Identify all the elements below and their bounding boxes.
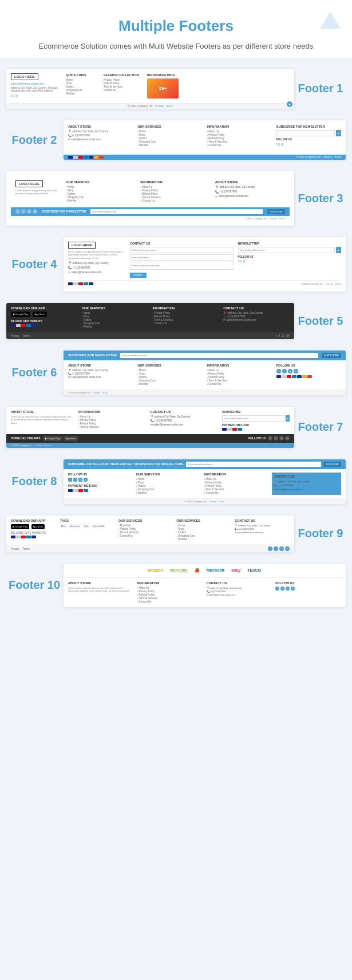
footer-6-link[interactable]: › Shopping Cart xyxy=(137,379,202,382)
footer-6-link[interactable]: › Wishlist xyxy=(137,383,202,385)
footer-5-app-store-btn[interactable]: App Store xyxy=(33,312,48,317)
twitter-icon[interactable]: t xyxy=(268,546,272,551)
footer-10-link[interactable]: › Term & Services xyxy=(137,597,203,600)
footer-3-link[interactable]: › Contact Us xyxy=(140,199,210,202)
footer-7-terms-link[interactable]: Terms xyxy=(45,444,51,447)
footer-2-email-input[interactable] xyxy=(276,130,335,136)
footer-6-link[interactable]: › Orders xyxy=(137,376,202,379)
footer-3-terms-link[interactable]: Terms xyxy=(279,217,285,220)
footer-7-link[interactable]: › Refund Policy xyxy=(78,422,146,425)
footer-1-link[interactable]: Privacy Policy xyxy=(104,78,144,81)
footer-1-link[interactable]: Wishlist xyxy=(66,92,100,95)
footer-5-link[interactable]: › Shopping Cart xyxy=(82,322,148,325)
footer-7-privacy-link[interactable]: Privacy xyxy=(35,444,43,447)
google-icon[interactable]: G xyxy=(286,587,290,591)
footer-6-link[interactable]: › Home xyxy=(137,369,202,372)
footer-9-link[interactable]: › Refund Policy xyxy=(118,528,173,530)
footer-10-link[interactable]: › About Us xyxy=(137,587,203,589)
linkedin-icon[interactable]: in xyxy=(285,546,290,551)
footer-9-privacy-link[interactable]: Privacy xyxy=(11,548,19,550)
footer-9-link[interactable]: › Home xyxy=(177,524,232,527)
footer-8-link[interactable]: › Refund Policy xyxy=(204,485,269,487)
footer-3-link[interactable]: › Term & Services xyxy=(140,196,210,199)
footer-5-link[interactable]: › Shop xyxy=(82,315,148,318)
footer-3-privacy-link[interactable]: Privacy xyxy=(270,217,277,220)
footer-8-link[interactable]: › Shopping Cart xyxy=(136,488,201,491)
footer-3-link[interactable]: › Shop xyxy=(66,189,136,192)
footer-8-link[interactable]: › Contact Us xyxy=(204,491,269,494)
footer-7-app-store-btn[interactable]: App Store xyxy=(64,436,78,441)
twitter-icon[interactable]: t xyxy=(274,436,278,440)
footer-3-email-input[interactable] xyxy=(90,209,263,214)
footer-4-message-input[interactable] xyxy=(130,262,234,270)
twitter-icon[interactable]: t xyxy=(282,369,287,373)
footer-9-link[interactable]: › Orders xyxy=(177,531,232,534)
footer-8-link[interactable]: › Wishlist xyxy=(136,491,201,494)
footer-2-subscribe-btn[interactable]: ▶ xyxy=(336,130,341,136)
footer-1-link[interactable]: Refund Policy xyxy=(104,82,144,85)
footer-8-terms-link[interactable]: Terms xyxy=(219,500,225,503)
linkedin-icon[interactable]: in xyxy=(84,478,88,482)
footer-2-link[interactable]: › Shop xyxy=(137,133,202,136)
footer-7-link[interactable]: › Privacy Policy xyxy=(78,419,146,422)
footer-10-link[interactable]: › Refund Policy xyxy=(137,593,203,596)
google-icon[interactable]: G xyxy=(288,369,292,373)
facebook-icon[interactable]: f xyxy=(68,478,72,482)
footer-5-link[interactable]: › Term & Services xyxy=(153,318,219,321)
linkedin-icon[interactable]: in xyxy=(294,369,298,373)
twitter-icon[interactable]: t xyxy=(21,209,26,214)
footer-7-google-play-btn[interactable]: ▶ Google Play xyxy=(43,436,62,441)
footer-3-link[interactable]: › Orders xyxy=(66,192,136,195)
footer-7-subscribe-btn[interactable]: ▶ xyxy=(286,415,290,422)
footer-9-link[interactable]: › Shopping Cart xyxy=(177,534,232,537)
facebook-icon[interactable]: f xyxy=(276,369,281,373)
footer-10-link[interactable]: › Contact Us xyxy=(137,600,203,603)
footer-6-email-input[interactable] xyxy=(120,353,318,358)
footer-3-link[interactable]: › Shopping Cart xyxy=(66,196,136,199)
footer-1-link[interactable]: Orders xyxy=(66,85,100,88)
footer-1-terms-link[interactable]: Terms xyxy=(166,105,173,108)
footer-2-terms-link[interactable]: Terms xyxy=(334,156,341,159)
footer-8-email-input[interactable] xyxy=(186,462,321,467)
footer-9-link[interactable]: › Term & Services xyxy=(118,531,173,534)
google-icon[interactable]: G xyxy=(282,334,284,337)
footer-3-link[interactable]: › Wishlist xyxy=(66,199,136,202)
footer-8-link[interactable]: › Term & Services xyxy=(204,488,269,491)
footer-1-link[interactable]: Shop xyxy=(66,82,100,85)
google-icon[interactable]: G xyxy=(279,436,284,440)
footer-8-privacy-link[interactable]: Privacy xyxy=(209,500,216,503)
footer-1-scroll-btn[interactable]: ▲ xyxy=(287,101,292,107)
footer-2-link[interactable]: › Contact Us xyxy=(207,144,272,147)
footer-4-newsletter-btn[interactable]: ▶ xyxy=(336,247,341,253)
footer-9-link[interactable]: › Contact Us xyxy=(118,534,173,537)
footer-8-link[interactable]: › About Us xyxy=(204,478,269,481)
facebook-icon[interactable]: f xyxy=(268,436,272,440)
facebook-icon[interactable]: f xyxy=(15,209,20,214)
footer-5-privacy-link[interactable]: Privacy xyxy=(11,334,19,337)
footer-2-link[interactable]: › Shopping Cart xyxy=(137,140,202,143)
footer-9-link[interactable]: › Wishlist xyxy=(177,538,232,541)
footer-4-name-input[interactable] xyxy=(130,247,234,253)
footer-2-link[interactable]: › Term & Services xyxy=(207,140,272,143)
footer-6-link[interactable]: › About Us xyxy=(207,369,272,372)
footer-8-link[interactable]: › Orders xyxy=(136,485,201,487)
footer-1-link[interactable]: Home xyxy=(66,78,100,81)
footer-2-link[interactable]: › Refund Policy xyxy=(207,137,272,140)
footer-8-link[interactable]: › Shop xyxy=(136,481,201,484)
facebook-icon[interactable]: f xyxy=(274,546,278,551)
footer-3-link[interactable]: › Refund Policy xyxy=(140,192,210,195)
footer-6-link[interactable]: › Contact Us xyxy=(207,383,272,385)
footer-9-terms-link[interactable]: Terms xyxy=(22,548,29,550)
footer-8-link[interactable]: › Privacy Policy xyxy=(204,481,269,484)
footer-6-subscribe-btn[interactable]: SUBSCRIBE xyxy=(322,353,341,358)
footer-10-link[interactable]: › Privacy Policy xyxy=(137,590,203,593)
footer-6-link[interactable]: › Shop xyxy=(137,372,202,375)
footer-2-link[interactable]: › Wishlist xyxy=(137,144,202,147)
footer-9-link[interactable]: › About Us xyxy=(118,524,173,527)
twitter-icon[interactable]: t xyxy=(280,587,284,591)
footer-8-link[interactable]: › Home xyxy=(136,478,201,481)
google-icon[interactable]: G xyxy=(78,478,82,482)
footer-6-privacy-link[interactable]: Privacy xyxy=(93,391,100,394)
instagram-icon[interactable]: @ xyxy=(33,209,37,214)
footer-8-subscribe-btn[interactable]: SUBSCRIBE xyxy=(323,462,341,467)
